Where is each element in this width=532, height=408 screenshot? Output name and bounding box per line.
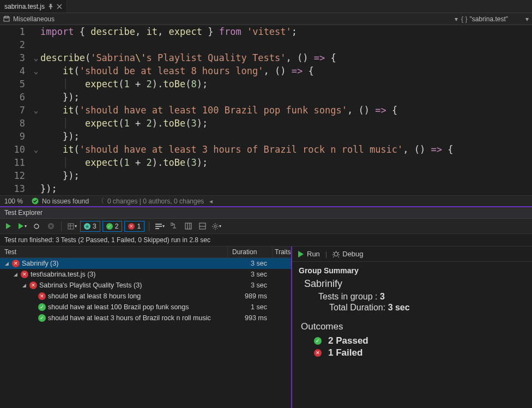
chevron-left-icon[interactable]: ◂ [209, 197, 213, 205]
code-line[interactable]: 9 }); [0, 130, 532, 143]
columns-button[interactable] [182, 220, 194, 232]
line-number: 8 [0, 117, 32, 130]
code-line[interactable]: 5 │ expect(1 + 2).toBe(8); [0, 77, 532, 91]
fold-toggle[interactable] [32, 169, 40, 182]
fold-toggle[interactable] [32, 38, 40, 51]
playlist-button[interactable]: ▾ [154, 220, 166, 232]
fold-toggle[interactable] [32, 182, 40, 195]
test-tree-row[interactable]: ◢✕test\sabrina.test.js (3)3 sec [0, 269, 291, 280]
filter-failed-count: 1 [137, 223, 141, 230]
test-explorer-toolbar: ▾ ▾ 3 ✓ 2 ✕ 1 ▾ ▾ [0, 219, 532, 234]
line-number: 5 [0, 77, 32, 91]
code-line[interactable]: 8 │ expect(1 + 2).toBe(3); [0, 117, 532, 130]
filter-passed[interactable]: ✓ 2 [102, 221, 123, 232]
group-summary-heading: Group Summary [299, 266, 525, 275]
x-circle-icon: ✕ [38, 292, 46, 300]
check-circle-icon: ✓ [314, 337, 322, 345]
code-line[interactable]: 3⌄describe('Sabrina\'s Playlist Quality … [0, 51, 532, 64]
test-tree-row[interactable]: ✕should be at least 8 hours long989 ms [0, 291, 291, 302]
code-line[interactable]: 2 [0, 38, 532, 51]
settings-button[interactable]: ▾ [210, 220, 222, 232]
fold-toggle[interactable] [32, 91, 40, 104]
fold-toggle[interactable] [32, 77, 40, 91]
issues-text[interactable]: No issues found [42, 197, 89, 205]
code-line[interactable]: 4⌄ it('should be at least 8 hours long',… [0, 64, 532, 77]
expander-icon[interactable]: ◢ [12, 272, 19, 277]
test-duration: 3 sec [228, 281, 273, 289]
x-circle-icon: ✕ [29, 281, 37, 289]
line-number: 6 [0, 91, 32, 104]
code-line[interactable]: 12 }); [0, 169, 532, 182]
line-number: 9 [0, 130, 32, 143]
test-tree-row[interactable]: ✓should have at least 100 Brazil pop fun… [0, 302, 291, 313]
breadcrumb: Miscellaneous ▾ { } "sabrina.test" ▾ [0, 13, 532, 25]
svg-point-11 [214, 225, 216, 227]
svg-point-12 [334, 253, 338, 256]
svg-rect-6 [155, 226, 162, 227]
code-editor[interactable]: 1import { describe, it, expect } from 'v… [0, 25, 532, 195]
fold-toggle[interactable] [32, 117, 40, 130]
fold-toggle[interactable] [32, 130, 40, 143]
detail-run-button[interactable]: Run [298, 250, 320, 258]
dropdown-arrow-icon[interactable]: ▾ [525, 15, 529, 23]
expander-icon[interactable]: ◢ [3, 261, 10, 266]
outcome-passed[interactable]: ✓ 2 Passed [312, 335, 525, 346]
fold-toggle[interactable]: ⌄ [32, 64, 40, 77]
tests-in-group-label: Tests in group : [318, 292, 378, 301]
column-duration[interactable]: Duration [228, 247, 273, 257]
svg-rect-7 [155, 228, 159, 229]
breadcrumb-project[interactable]: Miscellaneous [13, 15, 55, 23]
test-tree-row[interactable]: ◢✕Sabrina's Playlist Quality Tests (3)3 … [0, 280, 291, 291]
total-duration-label: Total Duration: [329, 303, 385, 312]
bug-icon [332, 250, 340, 257]
tab-filename: sabrina.test.js [4, 3, 45, 10]
column-traits[interactable]: Traits [273, 247, 291, 257]
fold-toggle[interactable] [32, 25, 40, 38]
chevron-left-icon[interactable]: 〈 [98, 196, 104, 206]
close-icon[interactable] [57, 4, 62, 9]
column-test[interactable]: Test [0, 247, 228, 257]
code-line[interactable]: 1import { describe, it, expect } from 'v… [0, 25, 532, 38]
x-circle-icon: ✕ [21, 271, 28, 278]
project-icon [3, 16, 10, 22]
editor-tab[interactable]: sabrina.test.js [0, 0, 67, 13]
line-number: 1 [0, 25, 32, 38]
code-line[interactable]: 6 }); [0, 91, 532, 104]
detail-debug-button[interactable]: Debug [332, 250, 363, 258]
zoom-level[interactable]: 100 % [4, 197, 23, 205]
test-run-summary: Test run finished: 3 Tests (2 Passed, 1 … [0, 234, 532, 246]
line-number: 13 [0, 182, 32, 195]
braces-icon: { } [461, 15, 467, 23]
pin-icon[interactable] [48, 4, 53, 9]
check-circle-icon [32, 197, 39, 205]
dropdown-arrow-icon[interactable]: ▾ [455, 15, 458, 23]
group-by-button[interactable] [168, 220, 180, 232]
code-line[interactable]: 10⌄ it('should have at least 3 hours of … [0, 143, 532, 156]
layout-button[interactable] [196, 220, 208, 232]
breadcrumb-context[interactable]: "sabrina.test" [469, 15, 508, 23]
code-line[interactable]: 7⌄ it('should have at least 100 Brazil p… [0, 104, 532, 117]
expander-icon[interactable]: ◢ [21, 283, 27, 288]
filter-passed-count: 2 [115, 223, 119, 230]
run-button[interactable]: ▾ [16, 220, 28, 232]
fold-toggle[interactable] [32, 156, 40, 169]
build-button[interactable]: ▾ [66, 220, 78, 232]
test-tree-row[interactable]: ◢✕Sabrinify (3)3 sec [0, 258, 291, 269]
fold-toggle[interactable]: ⌄ [32, 104, 40, 117]
svg-rect-4 [68, 224, 74, 229]
line-number: 10 [0, 143, 32, 156]
cancel-button[interactable] [45, 220, 57, 232]
outcome-failed[interactable]: ✕ 1 Failed [312, 347, 525, 358]
changes-text[interactable]: 0 changes | 0 authors, 0 changes [107, 197, 204, 205]
test-tree-panel: Test Duration Traits ◢✕Sabrinify (3)3 se… [0, 247, 292, 408]
repeat-button[interactable] [31, 220, 43, 232]
code-line[interactable]: 11 │ expect(1 + 2).toBe(3); [0, 156, 532, 169]
test-tree-row[interactable]: ✓should have at least 3 hours of Brazil … [0, 313, 291, 323]
run-all-button[interactable] [2, 220, 14, 232]
fold-toggle[interactable]: ⌄ [32, 51, 40, 64]
filter-failed[interactable]: ✕ 1 [124, 221, 144, 232]
fold-toggle[interactable]: ⌄ [32, 143, 40, 156]
filter-total[interactable]: 3 [80, 221, 100, 232]
filter-total-count: 3 [93, 223, 96, 230]
code-line[interactable]: 13}); [0, 182, 532, 195]
